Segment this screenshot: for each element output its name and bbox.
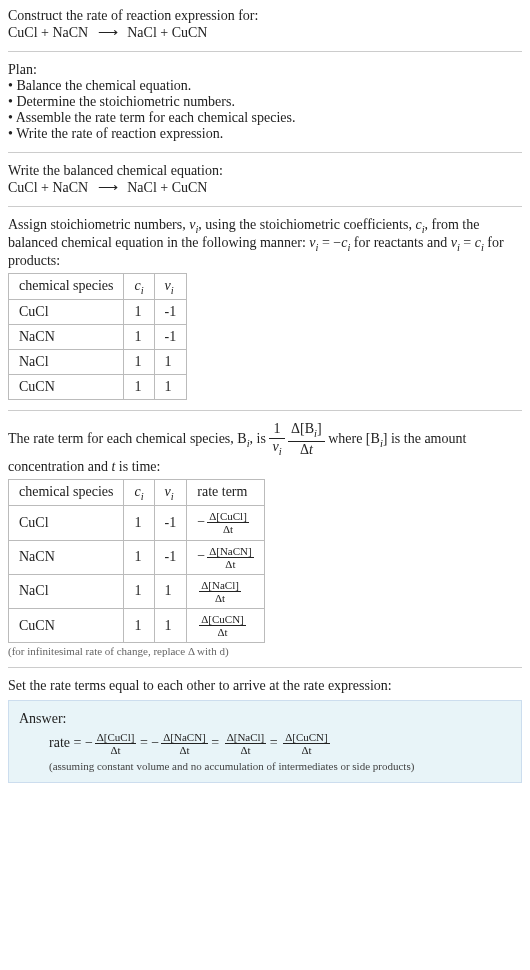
col-ci: ci [124, 273, 154, 300]
balanced-section: Write the balanced chemical equation: Cu… [8, 163, 522, 207]
balanced-eq-lhs: CuCl + NaCN [8, 180, 88, 195]
col-species: chemical species [9, 273, 124, 300]
col-species: chemical species [9, 479, 124, 506]
col-ci: ci [124, 479, 154, 506]
balanced-heading: Write the balanced chemical equation: [8, 163, 522, 179]
final-section: Set the rate terms equal to each other t… [8, 678, 522, 783]
intro-eq-rhs: NaCl + CuCN [127, 25, 207, 40]
plan-section: Plan: • Balance the chemical equation. •… [8, 62, 522, 153]
rate-expression: rate = −Δ[CuCl]Δt = −Δ[NaCN]Δt = Δ[NaCl]… [49, 731, 511, 756]
table-row: CuCl1-1 [9, 300, 187, 325]
table-row: CuCl1-1 −Δ[CuCl]Δt [9, 506, 265, 540]
rate-label: rate = [49, 735, 85, 750]
stoich-text: Assign stoichiometric numbers, νi, using… [8, 217, 522, 269]
intro-eq-lhs: CuCl + NaCN [8, 25, 88, 40]
answer-box: Answer: rate = −Δ[CuCl]Δt = −Δ[NaCN]Δt =… [8, 700, 522, 783]
balanced-eq-rhs: NaCl + CuCN [127, 180, 207, 195]
intro-prompt: Construct the rate of reaction expressio… [8, 8, 522, 24]
table-row: NaCN1-1 −Δ[NaCN]Δt [9, 540, 265, 574]
answer-label: Answer: [19, 711, 511, 727]
fraction: Δ[Bi]Δt [288, 421, 325, 458]
fraction: 1νi [269, 421, 284, 458]
intro-section: Construct the rate of reaction expressio… [8, 8, 522, 52]
col-vi: νi [154, 273, 187, 300]
plan-heading: Plan: [8, 62, 522, 78]
col-vi: νi [154, 479, 187, 506]
plan-item: • Write the rate of reaction expression. [8, 126, 522, 142]
table-row: NaCl11 [9, 350, 187, 375]
rateterm-note: (for infinitesimal rate of change, repla… [8, 645, 522, 657]
plan-item: • Determine the stoichiometric numbers. [8, 94, 522, 110]
rateterm-text: The rate term for each chemical species,… [8, 421, 522, 474]
table-row: NaCN1-1 [9, 325, 187, 350]
plan-item: • Balance the chemical equation. [8, 78, 522, 94]
arrow-icon: ⟶ [98, 179, 118, 196]
assumption-note: (assuming constant volume and no accumul… [49, 760, 511, 772]
stoich-table: chemical species ci νi CuCl1-1 NaCN1-1 N… [8, 273, 187, 401]
balanced-equation: CuCl + NaCN ⟶ NaCl + CuCN [8, 179, 522, 196]
rateterm-section: The rate term for each chemical species,… [8, 421, 522, 668]
final-text: Set the rate terms equal to each other t… [8, 678, 522, 694]
rateterm-table: chemical species ci νi rate term CuCl1-1… [8, 479, 265, 644]
col-rate: rate term [187, 479, 264, 506]
table-header-row: chemical species ci νi rate term [9, 479, 265, 506]
intro-equation: CuCl + NaCN ⟶ NaCl + CuCN [8, 24, 522, 41]
arrow-icon: ⟶ [98, 24, 118, 41]
table-header-row: chemical species ci νi [9, 273, 187, 300]
table-row: CuCN11 Δ[CuCN]Δt [9, 608, 265, 642]
table-row: CuCN11 [9, 375, 187, 400]
plan-item: • Assemble the rate term for each chemic… [8, 110, 522, 126]
table-row: NaCl11 Δ[NaCl]Δt [9, 574, 265, 608]
stoich-section: Assign stoichiometric numbers, νi, using… [8, 217, 522, 411]
